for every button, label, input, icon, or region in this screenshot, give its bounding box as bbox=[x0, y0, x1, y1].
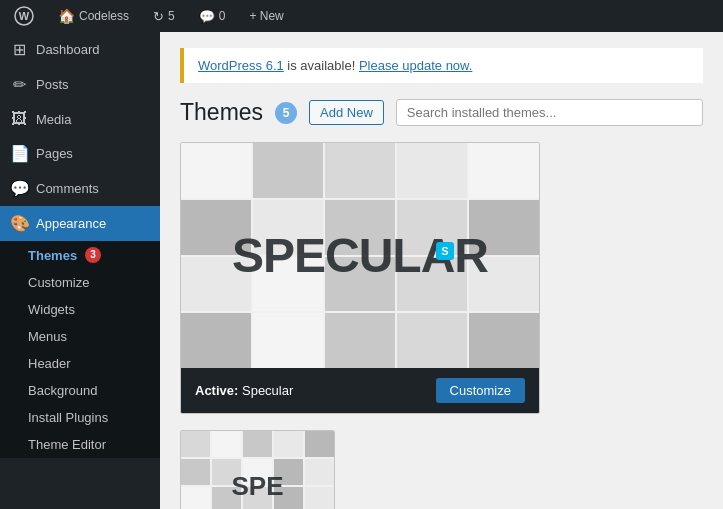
media-icon: 🖼 bbox=[10, 110, 28, 128]
add-new-button[interactable]: Add New bbox=[309, 100, 384, 125]
mosaic-grid-child bbox=[181, 431, 334, 509]
themes-badge: 3 bbox=[85, 247, 101, 263]
home-icon: 🏠 bbox=[58, 8, 75, 24]
main-content: WordPress 6.1 is available! Please updat… bbox=[160, 32, 723, 509]
posts-icon: ✏ bbox=[10, 75, 28, 94]
sidebar-item-customize[interactable]: Customize bbox=[0, 269, 160, 296]
theme-screenshot-child: SPE bbox=[181, 431, 334, 509]
sidebar-item-theme-editor[interactable]: Theme Editor bbox=[0, 431, 160, 458]
sidebar-item-themes[interactable]: Themes 3 bbox=[0, 241, 160, 269]
theme-card-specular-child: SPE Specular Child bbox=[180, 430, 335, 509]
sidebar-item-install-plugins[interactable]: Install Plugins bbox=[0, 404, 160, 431]
sidebar-item-comments[interactable]: 💬 Comments bbox=[0, 171, 160, 206]
wp-logo-icon: W bbox=[14, 6, 34, 26]
svg-text:W: W bbox=[19, 10, 30, 22]
sidebar-item-menus[interactable]: Menus bbox=[0, 323, 160, 350]
notice-text: is available! bbox=[284, 58, 359, 73]
theme-footer-specular: Active: Specular Customize bbox=[181, 368, 539, 413]
mosaic-grid bbox=[181, 143, 539, 368]
adminbar-site-name[interactable]: 🏠 Codeless bbox=[52, 0, 135, 32]
sidebar: ⊞ Dashboard ✏ Posts 🖼 Media 📄 Pages 💬 Co… bbox=[0, 32, 160, 509]
updates-icon: ↻ bbox=[153, 9, 164, 24]
main-layout: ⊞ Dashboard ✏ Posts 🖼 Media 📄 Pages 💬 Co… bbox=[0, 0, 723, 509]
theme-screenshot-specular: SPECULAR S bbox=[181, 143, 539, 368]
themes-count-badge: 5 bbox=[275, 102, 297, 124]
sidebar-item-widgets[interactable]: Widgets bbox=[0, 296, 160, 323]
update-notice: WordPress 6.1 is available! Please updat… bbox=[180, 48, 703, 83]
adminbar-new[interactable]: + New bbox=[243, 0, 289, 32]
appearance-submenu: Themes 3 Customize Widgets Menus Header … bbox=[0, 241, 160, 458]
adminbar-wp-logo[interactable]: W bbox=[8, 0, 40, 32]
appearance-icon: 🎨 bbox=[10, 214, 28, 233]
sidebar-item-background[interactable]: Background bbox=[0, 377, 160, 404]
themes-header: Themes 5 Add New bbox=[180, 99, 703, 126]
customize-button[interactable]: Customize bbox=[436, 378, 525, 403]
specular-s-badge: S bbox=[436, 242, 454, 260]
active-theme-label: Active: Specular bbox=[195, 383, 293, 398]
sidebar-item-media[interactable]: 🖼 Media bbox=[0, 102, 160, 136]
comments-sidebar-icon: 💬 bbox=[10, 179, 28, 198]
sidebar-item-pages[interactable]: 📄 Pages bbox=[0, 136, 160, 171]
sidebar-item-posts[interactable]: ✏ Posts bbox=[0, 67, 160, 102]
sidebar-item-dashboard[interactable]: ⊞ Dashboard bbox=[0, 32, 160, 67]
pages-icon: 📄 bbox=[10, 144, 28, 163]
adminbar-updates[interactable]: ↻ 5 bbox=[147, 0, 181, 32]
admin-bar: W 🏠 Codeless ↻ 5 💬 0 + New bbox=[0, 0, 723, 32]
update-link-version[interactable]: WordPress 6.1 bbox=[198, 58, 284, 73]
sidebar-item-appearance[interactable]: 🎨 Appearance bbox=[0, 206, 160, 241]
page-title: Themes bbox=[180, 99, 263, 126]
themes-grid: SPECULAR S Active: Specular Customize bbox=[180, 142, 703, 509]
sidebar-item-header[interactable]: Header bbox=[0, 350, 160, 377]
search-themes-input[interactable] bbox=[396, 99, 703, 126]
update-link-action[interactable]: Please update now. bbox=[359, 58, 472, 73]
theme-card-specular: SPECULAR S Active: Specular Customize bbox=[180, 142, 540, 414]
dashboard-icon: ⊞ bbox=[10, 40, 28, 59]
comments-icon: 💬 bbox=[199, 9, 215, 24]
adminbar-comments[interactable]: 💬 0 bbox=[193, 0, 232, 32]
